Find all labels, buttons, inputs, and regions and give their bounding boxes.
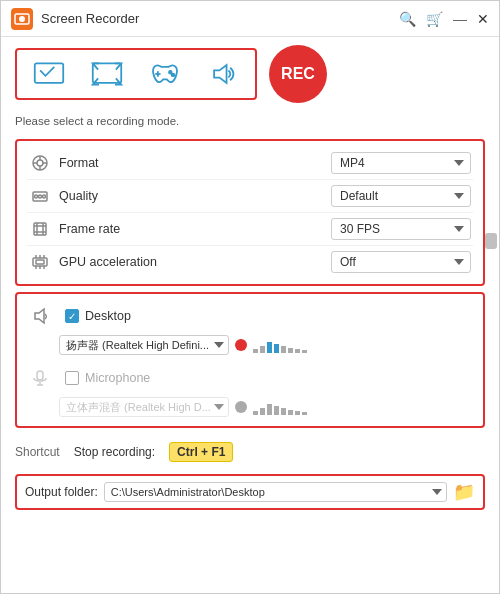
output-folder-label: Output folder:: [25, 485, 98, 499]
shortcut-key-badge: Ctrl + F1: [169, 442, 233, 462]
hint-text: Please select a recording mode.: [1, 111, 499, 133]
window-title: Screen Recorder: [41, 11, 399, 26]
svg-point-17: [39, 195, 42, 198]
shortcut-label: Shortcut: [15, 445, 60, 459]
svg-marker-8: [214, 65, 226, 83]
vol-bar-7: [295, 349, 300, 353]
output-path-select[interactable]: C:\Users\Administrator\Desktop: [104, 482, 447, 502]
mic-vol-4: [274, 406, 279, 415]
vol-bar-8: [302, 350, 307, 353]
mic-checkbox[interactable]: [65, 371, 79, 385]
svg-rect-31: [36, 260, 44, 264]
mic-icon: [29, 367, 51, 389]
vol-bar-3: [267, 342, 272, 353]
shortcut-row: Shortcut Stop recording: Ctrl + F1: [1, 434, 499, 470]
audio-mode-button[interactable]: [199, 54, 247, 94]
svg-point-6: [169, 71, 172, 74]
output-folder-section: Output folder: C:\Users\Administrator\De…: [15, 474, 485, 510]
mic-audio-label: Microphone: [85, 371, 471, 385]
mic-vol-2: [260, 408, 265, 415]
gpu-select[interactable]: Off On: [331, 251, 471, 273]
svg-point-1: [19, 16, 25, 22]
audio-section: ✓ Desktop 扬声器 (Realtek High Defini... Ot…: [15, 292, 485, 428]
desktop-audio-icon: [29, 305, 51, 327]
search-icon[interactable]: 🔍: [399, 12, 416, 26]
svg-rect-33: [37, 371, 43, 380]
vol-bar-2: [260, 346, 265, 353]
framerate-select[interactable]: 30 FPS 60 FPS 15 FPS 5 FPS: [331, 218, 471, 240]
app-icon: [11, 8, 33, 30]
mic-audio-row: Microphone: [27, 362, 473, 394]
gpu-row: GPU acceleration Off On: [27, 246, 473, 278]
video-settings-section: Format MP4 AVI MKV GIF: [15, 139, 485, 286]
mic-vol-5: [281, 408, 286, 415]
cart-icon[interactable]: 🛒: [426, 12, 443, 26]
close-button[interactable]: ✕: [477, 12, 489, 26]
framerate-row: Frame rate 30 FPS 60 FPS 15 FPS 5 FPS: [27, 213, 473, 246]
main-content: Format MP4 AVI MKV GIF: [1, 133, 499, 593]
gpu-label: GPU acceleration: [59, 255, 331, 269]
vol-bar-6: [288, 348, 293, 353]
mic-volume-bar: [253, 399, 307, 415]
quality-label: Quality: [59, 189, 331, 203]
game-mode-button[interactable]: [141, 54, 189, 94]
fullscreen-mode-button[interactable]: [83, 54, 131, 94]
browse-folder-button[interactable]: 📁: [453, 481, 475, 503]
mic-vol-8: [302, 412, 307, 415]
mic-vol-6: [288, 410, 293, 415]
rec-button[interactable]: REC: [269, 45, 327, 103]
vol-bar-1: [253, 349, 258, 353]
vol-bar-4: [274, 344, 279, 353]
desktop-audio-row: ✓ Desktop: [27, 300, 473, 332]
minimize-button[interactable]: —: [453, 12, 467, 26]
mode-selector-row: REC: [1, 37, 499, 111]
framerate-icon: [29, 218, 51, 240]
svg-marker-32: [35, 309, 44, 323]
svg-rect-19: [34, 223, 46, 235]
window-controls: 🔍 🛒 — ✕: [399, 12, 489, 26]
desktop-volume-bar: [253, 337, 307, 353]
desktop-audio-label: Desktop: [85, 309, 471, 323]
svg-point-16: [35, 195, 38, 198]
mode-buttons-group: [15, 48, 257, 100]
quality-select[interactable]: Default High Medium Low: [331, 185, 471, 207]
desktop-device-row: 扬声器 (Realtek High Defini... Other Device: [55, 332, 473, 358]
framerate-label: Frame rate: [59, 222, 331, 236]
mic-device-row: 立体声混音 (Realtek High D...: [55, 394, 473, 420]
app-window: Screen Recorder 🔍 🛒 — ✕: [0, 0, 500, 594]
desktop-device-select[interactable]: 扬声器 (Realtek High Defini... Other Device: [59, 335, 229, 355]
title-bar: Screen Recorder 🔍 🛒 — ✕: [1, 1, 499, 37]
svg-rect-24: [33, 258, 47, 266]
quality-icon: [29, 185, 51, 207]
desktop-audio-checkbox[interactable]: ✓: [65, 309, 79, 323]
vol-bar-5: [281, 346, 286, 353]
quality-row: Quality Default High Medium Low: [27, 180, 473, 213]
stop-recording-label: Stop recording:: [74, 445, 155, 459]
mic-vol-1: [253, 411, 258, 415]
format-icon: [29, 152, 51, 174]
format-row: Format MP4 AVI MKV GIF: [27, 147, 473, 180]
svg-point-7: [172, 74, 175, 77]
svg-point-18: [43, 195, 46, 198]
mic-vol-3: [267, 404, 272, 415]
format-select[interactable]: MP4 AVI MKV GIF: [331, 152, 471, 174]
gpu-icon: [29, 251, 51, 273]
svg-point-10: [37, 160, 43, 166]
screen-mode-button[interactable]: [25, 54, 73, 94]
mic-record-indicator: [235, 401, 247, 413]
mic-device-select[interactable]: 立体声混音 (Realtek High D...: [59, 397, 229, 417]
mic-vol-7: [295, 411, 300, 415]
format-label: Format: [59, 156, 331, 170]
desktop-record-indicator: [235, 339, 247, 351]
